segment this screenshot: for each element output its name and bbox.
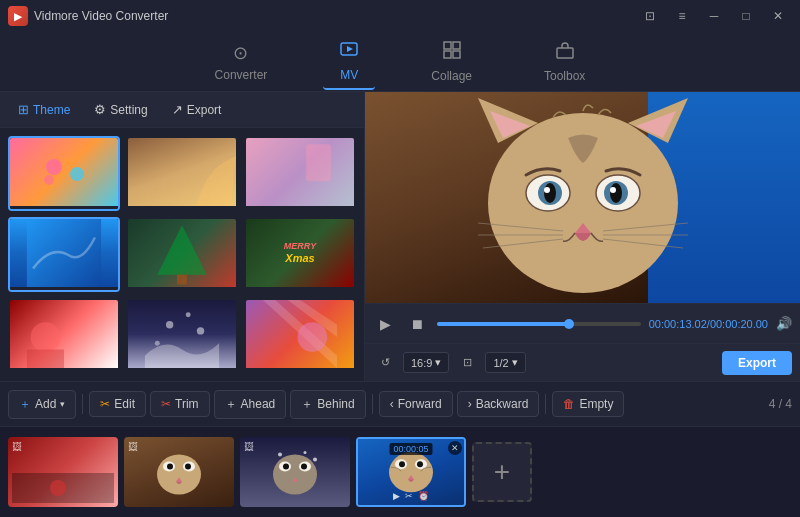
svg-point-18 bbox=[186, 312, 191, 317]
aspect-ratio-chevron: ▾ bbox=[435, 356, 441, 369]
theme-happy-label: Happy bbox=[246, 206, 354, 211]
add-icon: ＋ bbox=[19, 396, 31, 413]
stop-button[interactable]: ⏹ bbox=[405, 312, 429, 336]
tl-close-button[interactable]: ✕ bbox=[448, 441, 462, 455]
timeline-item-3[interactable]: 🖼 bbox=[240, 437, 350, 507]
fit-button[interactable]: ⊡ bbox=[455, 351, 479, 375]
preview-video bbox=[365, 92, 800, 303]
forward-icon: ‹ bbox=[390, 397, 394, 411]
message-button[interactable]: ⊡ bbox=[636, 6, 664, 26]
play-button[interactable]: ▶ bbox=[373, 312, 397, 336]
behind-button[interactable]: ＋ Behind bbox=[290, 390, 365, 419]
gear-icon: ⚙ bbox=[94, 102, 106, 117]
backward-icon: › bbox=[468, 397, 472, 411]
tl-play-icon[interactable]: ▶ bbox=[393, 491, 400, 501]
sub-nav-setting-label: Setting bbox=[110, 103, 147, 117]
theme-merry-christmas-label: Merry Christmas bbox=[246, 287, 354, 292]
tl-scissors-icon[interactable]: ✂ bbox=[405, 491, 413, 501]
speed-selector[interactable]: 1/2 ▾ bbox=[485, 352, 525, 373]
svg-point-9 bbox=[70, 167, 84, 181]
svg-marker-13 bbox=[157, 225, 206, 274]
title-bar: ▶ Vidmore Video Converter ⊡ ≡ ─ □ ✕ bbox=[0, 0, 800, 32]
timeline-time-badge: 00:00:05 bbox=[389, 443, 432, 455]
nav-bar: ⊙ Converter MV Collage Toolbox bbox=[0, 32, 800, 92]
theme-item-snowy[interactable]: Snowy Night bbox=[126, 298, 238, 373]
theme-item-neat[interactable]: Neat bbox=[126, 136, 238, 211]
tab-converter[interactable]: ⊙ Converter bbox=[199, 36, 284, 88]
svg-point-51 bbox=[273, 455, 317, 495]
tab-collage[interactable]: Collage bbox=[415, 34, 488, 89]
ahead-button[interactable]: ＋ Ahead bbox=[214, 390, 287, 419]
svg-point-20 bbox=[155, 341, 160, 346]
edit-icon: ✂ bbox=[100, 397, 110, 411]
timeline-item-2[interactable]: 🖼 bbox=[124, 437, 234, 507]
add-dropdown-icon: ▾ bbox=[60, 399, 65, 409]
tab-mv[interactable]: MV bbox=[323, 33, 375, 90]
svg-rect-11 bbox=[306, 144, 331, 181]
theme-item-chic[interactable]: ✓ Chic bbox=[8, 217, 120, 292]
volume-icon[interactable]: 🔊 bbox=[776, 316, 792, 331]
svg-point-7 bbox=[46, 159, 62, 175]
sub-nav-export[interactable]: ↗ Export bbox=[162, 98, 232, 121]
svg-point-57 bbox=[278, 453, 282, 457]
timeline-item-4[interactable]: 00:00:05 ▶ ✂ ⏰ ✕ bbox=[356, 437, 466, 507]
speed-chevron: ▾ bbox=[512, 356, 518, 369]
theme-chic-label: Chic bbox=[10, 287, 118, 292]
app-icon: ▶ bbox=[8, 6, 28, 26]
trim-button[interactable]: ✂ Trim bbox=[150, 391, 210, 417]
close-button[interactable]: ✕ bbox=[764, 6, 792, 26]
svg-rect-14 bbox=[177, 275, 187, 285]
theme-christmas-eve-label: Christmas Eve bbox=[128, 287, 236, 292]
forward-button[interactable]: ‹ Forward bbox=[379, 391, 453, 417]
theme-item-merry-christmas[interactable]: MERRY Xmas Merry Christmas bbox=[244, 217, 356, 292]
svg-point-59 bbox=[313, 458, 317, 462]
svg-marker-1 bbox=[347, 46, 353, 52]
tab-collage-label: Collage bbox=[431, 69, 472, 83]
behind-icon: ＋ bbox=[301, 396, 313, 413]
add-button[interactable]: ＋ Add ▾ bbox=[8, 390, 76, 419]
timeline-item-1[interactable]: 🖼 bbox=[8, 437, 118, 507]
add-more-button[interactable]: + bbox=[472, 442, 532, 502]
tl-clock-icon[interactable]: ⏰ bbox=[418, 491, 429, 501]
bottom-controls: ↺ 16:9 ▾ ⊡ 1/2 ▾ Export bbox=[365, 343, 800, 381]
svg-point-19 bbox=[197, 327, 204, 334]
svg-point-21 bbox=[298, 322, 328, 352]
progress-bar[interactable] bbox=[437, 322, 641, 326]
progress-fill bbox=[437, 322, 569, 326]
title-bar-controls: ⊡ ≡ ─ □ ✕ bbox=[636, 6, 792, 26]
minimize-button[interactable]: ─ bbox=[700, 6, 728, 26]
tab-toolbox-label: Toolbox bbox=[544, 69, 585, 83]
grid-icon: ⊞ bbox=[18, 102, 29, 117]
trim-icon: ✂ bbox=[161, 397, 171, 411]
maximize-button[interactable]: □ bbox=[732, 6, 760, 26]
theme-santa-label: Santa Claus bbox=[10, 368, 118, 373]
empty-button[interactable]: 🗑 Empty bbox=[552, 391, 624, 417]
backward-button[interactable]: › Backward bbox=[457, 391, 540, 417]
theme-snowy-label: Snowy Night bbox=[128, 368, 236, 373]
trash-icon: 🗑 bbox=[563, 397, 575, 411]
theme-item-happy[interactable]: Happy bbox=[244, 136, 356, 211]
svg-point-55 bbox=[301, 464, 307, 470]
plus-icon: + bbox=[494, 456, 510, 488]
theme-item-santa[interactable]: Santa Claus bbox=[8, 298, 120, 373]
theme-stripes-label: Stripes & Waves bbox=[246, 368, 354, 373]
divider bbox=[82, 394, 83, 414]
svg-point-60 bbox=[389, 452, 433, 492]
theme-item-christmas-eve[interactable]: Christmas Eve bbox=[126, 217, 238, 292]
loop-button[interactable]: ↺ bbox=[373, 351, 397, 375]
svg-point-47 bbox=[167, 464, 173, 470]
menu-button[interactable]: ≡ bbox=[668, 6, 696, 26]
edit-button[interactable]: ✂ Edit bbox=[89, 391, 146, 417]
left-panel: ⊞ Theme ⚙ Setting ↗ Export bbox=[0, 92, 365, 381]
aspect-ratio-selector[interactable]: 16:9 ▾ bbox=[403, 352, 449, 373]
sub-nav-theme[interactable]: ⊞ Theme bbox=[8, 98, 80, 121]
export-button[interactable]: Export bbox=[722, 351, 792, 375]
tab-toolbox[interactable]: Toolbox bbox=[528, 34, 601, 89]
time-display: 00:00:13.02/00:00:20.00 bbox=[649, 318, 768, 330]
theme-item-current[interactable]: Current bbox=[8, 136, 120, 211]
sub-nav-setting[interactable]: ⚙ Setting bbox=[84, 98, 157, 121]
divider2 bbox=[372, 394, 373, 414]
theme-item-stripes[interactable]: Stripes & Waves bbox=[244, 298, 356, 373]
mv-icon bbox=[339, 39, 359, 64]
sub-nav: ⊞ Theme ⚙ Setting ↗ Export bbox=[0, 92, 364, 128]
